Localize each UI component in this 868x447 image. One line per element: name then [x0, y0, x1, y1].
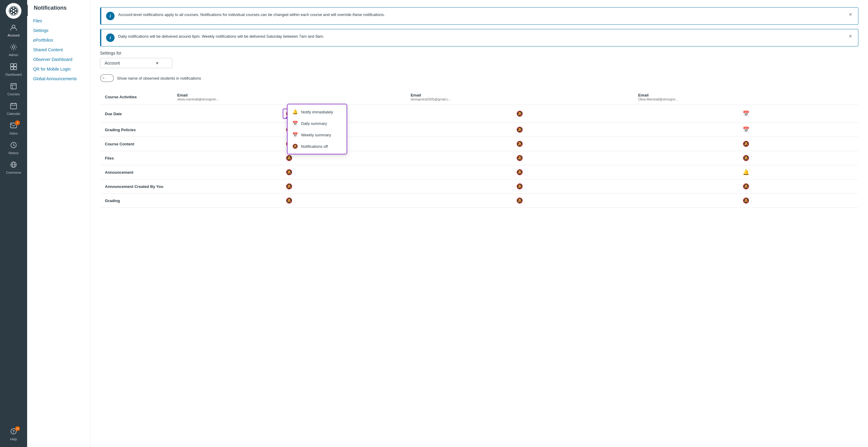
nav-item-inbox[interactable]: 1 Inbox [0, 119, 27, 138]
nav-label-help: Help [10, 437, 17, 441]
nav-link-observer-dashboard[interactable]: Observer Dashboard [27, 55, 90, 64]
ann-created-cell-email3[interactable]: 🔕 [633, 179, 858, 193]
nav-link-qr-mobile[interactable]: QR for Mobile Login [27, 64, 90, 74]
alert-1: i Account-level notifications apply to a… [100, 7, 858, 25]
svg-rect-12 [14, 64, 17, 66]
nav-label-dashboard: Dashboard [5, 73, 22, 76]
help-icon: ? 10 [10, 427, 18, 437]
svg-point-3 [15, 9, 17, 10]
nav-item-dashboard[interactable]: Dashboard [0, 60, 27, 79]
dd-label-daily-summary: Daily summary [301, 121, 327, 126]
due-date-cell-email3[interactable]: 📅 [633, 105, 858, 123]
bell-off-icon: 🔕 [743, 183, 749, 189]
bell-off-icon: 🔕 [286, 198, 292, 204]
grading-cell-email3[interactable]: 🔕 [633, 193, 858, 208]
ann-created-cell-email1[interactable]: 🔕 [173, 179, 406, 193]
ann-created-cell-email2[interactable]: 🔕 [406, 179, 633, 193]
svg-point-7 [11, 9, 12, 10]
inbox-icon: 1 [10, 122, 18, 130]
bell-off-icon: 🔕 [286, 169, 292, 175]
course-content-cell-email2[interactable]: 🔕 [406, 137, 633, 151]
alert-2-close[interactable]: × [847, 33, 853, 39]
calendar-icon: 📅 [743, 111, 749, 117]
bell-off-icon: 🔕 [516, 169, 523, 175]
dd-item-weekly-summary[interactable]: 📅 Weekly summary [287, 129, 347, 141]
announcement-cell-email1[interactable]: 🔕 [173, 165, 406, 179]
app-logo [6, 3, 22, 19]
nav-item-courses[interactable]: Courses [0, 79, 27, 99]
alert-2-icon: i [106, 33, 115, 42]
course-content-cell-email3[interactable]: 🔕 [633, 137, 858, 151]
nav-item-help[interactable]: ? 10 Help [0, 424, 27, 444]
due-date-cell-email2[interactable]: 🔕 [406, 105, 633, 123]
col-header-email1: Email olivia.marshall@strongmin... [173, 89, 406, 105]
bell-off-icon: 🔕 [516, 127, 523, 133]
alert-1-close[interactable]: × [847, 12, 853, 17]
dd-item-notify-immediately[interactable]: 🔔 Notify immediately [287, 106, 347, 118]
table-row-files: Files 🔕 🔕 🔕 [100, 151, 858, 165]
dd-label-notify-immediately: Notify immediately [301, 110, 333, 114]
bell-green-icon: 🔔 [743, 169, 749, 175]
col-header-email3: Email Oliva.Marshall@strongmi... [633, 89, 858, 105]
bell-off-icon: 🔕 [286, 155, 292, 161]
row-label-due-date: Due Date [100, 105, 173, 123]
row-label-grading-policies: Grading Policies [100, 123, 173, 137]
svg-rect-13 [10, 67, 13, 70]
bell-off-icon: 🔕 [516, 155, 523, 161]
bell-off-icon: 🔕 [743, 141, 749, 147]
bell-off-icon: 🔕 [743, 198, 749, 204]
bell-off-icon: 🔕 [516, 111, 523, 117]
calendar-icon [10, 102, 18, 111]
nav-item-admin[interactable]: Admin [0, 40, 27, 60]
nav-link-files[interactable]: Files [27, 16, 90, 26]
alert-1-text: Account-level notifications apply to all… [118, 12, 844, 18]
svg-rect-18 [10, 103, 17, 109]
courses-icon [10, 82, 18, 91]
svg-point-8 [13, 10, 14, 12]
alert-2: i Daily notifications will be delivered … [100, 29, 858, 47]
nav-item-account[interactable]: Account [0, 21, 27, 40]
dd-item-daily-summary[interactable]: 📅 Daily summary [287, 118, 347, 129]
col-header-email2: Email strongmind2935@gmail.c... [406, 89, 633, 105]
nav-label-inbox: Inbox [10, 131, 18, 135]
toggle-label: Show name of observed students in notifi… [117, 76, 201, 81]
admin-icon [10, 43, 18, 52]
settings-for-label: Settings for [100, 51, 858, 56]
nav-link-eportfolios[interactable]: ePortfolios [27, 35, 90, 45]
nav-link-global-announcements[interactable]: Global Announcements [27, 74, 90, 84]
nav-item-commons[interactable]: Commons [0, 158, 27, 177]
nav-link-shared-content[interactable]: Shared Content [27, 45, 90, 55]
dd-label-weekly-summary: Weekly summary [301, 133, 331, 137]
svg-point-10 [12, 46, 15, 48]
nav-item-history[interactable]: History [0, 138, 27, 158]
dd-label-notifications-off: Notifications off [301, 144, 328, 149]
row-label-files: Files [100, 151, 173, 165]
grading-cell-email2[interactable]: 🔕 [406, 193, 633, 208]
toggle-button[interactable]: ✕ [100, 74, 114, 82]
table-row-grading-policies: Grading Policies 🔕 🔕 📅 [100, 123, 858, 137]
files-cell-email3[interactable]: 🔕 [633, 151, 858, 165]
nav-label-calendar: Calendar [7, 112, 21, 116]
bell-off-icon: 🔕 [286, 183, 292, 189]
nav-label-admin: Admin [9, 53, 18, 57]
table-section-label: Course Activities [100, 89, 173, 105]
alert-1-icon: i [106, 12, 115, 20]
activities-table: Course Activities Email olivia.marshall@… [100, 89, 858, 208]
table-row-course-content: Course Content 🔕 🔕 🔕 [100, 137, 858, 151]
nav-item-calendar[interactable]: Calendar [0, 99, 27, 119]
activities-table-wrapper: Course Activities Email olivia.marshall@… [100, 89, 858, 208]
announcement-cell-email2[interactable]: 🔕 [406, 165, 633, 179]
announcement-cell-email3[interactable]: 🔔 [633, 165, 858, 179]
svg-point-5 [13, 13, 14, 15]
grading-policies-cell-email2[interactable]: 🔕 [406, 123, 633, 137]
settings-for-value: Account [104, 61, 120, 65]
grading-cell-email1[interactable]: 🔕 [173, 193, 406, 208]
row-label-grading: Grading [100, 193, 173, 208]
nav-link-settings[interactable]: Settings [27, 26, 90, 35]
settings-for-select[interactable]: Account ▾ [100, 58, 173, 68]
files-cell-email2[interactable]: 🔕 [406, 151, 633, 165]
main-content: i Account-level notifications apply to a… [90, 0, 868, 447]
nav-label-history: History [8, 151, 19, 155]
dd-item-notifications-off[interactable]: 🔕 Notifications off [287, 141, 347, 152]
grading-policies-cell-email3[interactable]: 📅 [633, 123, 858, 137]
